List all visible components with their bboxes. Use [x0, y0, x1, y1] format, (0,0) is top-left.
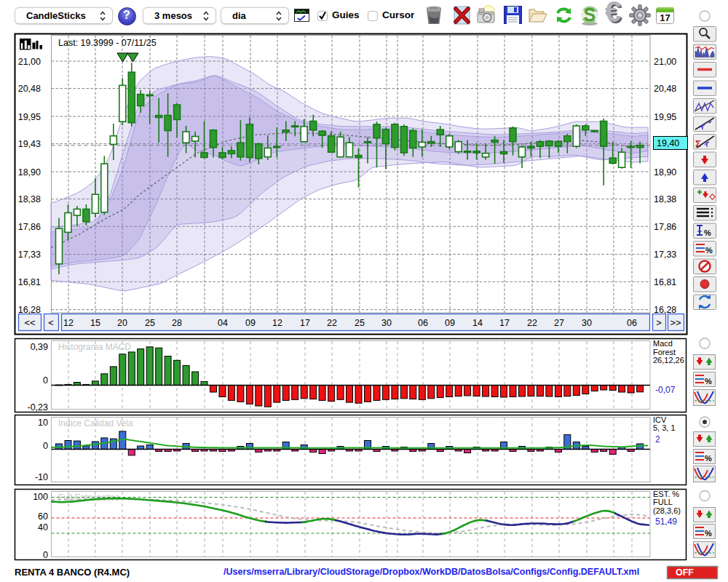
svg-text:5, 3, 1: 5, 3, 1	[653, 423, 676, 432]
svg-text:0: 0	[43, 375, 48, 386]
svg-text:Σ: Σ	[695, 138, 701, 149]
svg-text:12: 12	[63, 318, 74, 328]
svg-text:/Users/mserra/Library/CloudSto: /Users/mserra/Library/CloudStorage/Dropb…	[223, 567, 639, 577]
svg-text:26,12,26: 26,12,26	[653, 356, 684, 364]
svg-text:16,81: 16,81	[18, 277, 41, 287]
svg-text:Macd: Macd	[653, 339, 673, 348]
svg-text:S: S	[584, 5, 596, 25]
svg-text:0,39: 0,39	[31, 342, 48, 352]
svg-text:04: 04	[218, 318, 228, 328]
svg-text:17: 17	[300, 318, 310, 328]
svg-text:OFF: OFF	[676, 567, 694, 578]
svg-text:28: 28	[172, 318, 182, 328]
svg-text:19,95: 19,95	[654, 112, 676, 122]
svg-text:22: 22	[527, 318, 537, 328]
svg-text:21,00: 21,00	[18, 57, 41, 67]
svg-text:18,38: 18,38	[654, 194, 676, 204]
svg-text:17: 17	[660, 12, 670, 23]
svg-text:-0,07: -0,07	[655, 385, 676, 395]
svg-text:06: 06	[627, 318, 637, 328]
svg-text:>: >	[656, 317, 662, 328]
svg-text:27: 27	[554, 318, 564, 328]
svg-text:Indice Calidad Vela: Indice Calidad Vela	[58, 418, 133, 428]
svg-text:%: %	[705, 529, 712, 538]
svg-text:Last: 19.3999 - 07/11/25: Last: 19.3999 - 07/11/25	[58, 38, 157, 48]
svg-text:19,43: 19,43	[18, 139, 41, 149]
svg-text:14: 14	[472, 318, 483, 328]
svg-text:100: 100	[33, 492, 48, 502]
svg-text:18,90: 18,90	[654, 167, 676, 178]
svg-text:17,86: 17,86	[18, 222, 41, 232]
svg-text:-10: -10	[35, 472, 48, 482]
svg-text:09: 09	[445, 318, 455, 328]
svg-text:-0,23: -0,23	[28, 402, 49, 412]
svg-text:17,33: 17,33	[18, 250, 41, 260]
svg-text:09: 09	[245, 318, 256, 328]
svg-text:20: 20	[117, 318, 127, 328]
svg-text:17,86: 17,86	[654, 222, 676, 232]
svg-text:20,48: 20,48	[18, 84, 41, 94]
svg-text:12: 12	[272, 318, 282, 328]
svg-text:22: 22	[327, 318, 337, 328]
svg-text:>>: >>	[670, 317, 681, 328]
svg-text:<: <	[48, 317, 54, 328]
svg-text:%: %	[705, 246, 713, 255]
svg-text:FULL: FULL	[653, 498, 673, 506]
svg-text:16,81: 16,81	[654, 277, 676, 287]
svg-text:%: %	[705, 377, 712, 386]
svg-text:18,90: 18,90	[18, 167, 41, 178]
svg-text:17,33: 17,33	[654, 250, 676, 260]
svg-text:10: 10	[38, 418, 48, 428]
svg-text:Histograma MACD: Histograma MACD	[58, 342, 131, 352]
svg-text:19,95: 19,95	[18, 112, 41, 122]
svg-text:40: 40	[38, 522, 48, 533]
svg-text:%: %	[705, 454, 712, 463]
svg-text:25: 25	[355, 318, 365, 328]
svg-text:RENTA 4 BANCO (R4.MC): RENTA 4 BANCO (R4.MC)	[15, 567, 130, 578]
svg-text:17: 17	[499, 318, 510, 328]
svg-text:0: 0	[43, 550, 48, 560]
svg-text:2: 2	[655, 434, 660, 445]
svg-text:06: 06	[418, 318, 428, 328]
svg-text:(28,3,6): (28,3,6)	[653, 506, 681, 515]
svg-text:20,48: 20,48	[654, 84, 676, 94]
svg-text:30: 30	[381, 318, 392, 328]
svg-text:15: 15	[90, 318, 100, 328]
svg-text:0: 0	[43, 441, 48, 451]
svg-text:<<: <<	[24, 317, 35, 328]
svg-text:25: 25	[145, 318, 155, 328]
svg-text:21,00: 21,00	[654, 57, 676, 67]
svg-text:30: 30	[582, 318, 592, 328]
svg-text:51,49: 51,49	[655, 517, 677, 527]
svg-text:%: %	[704, 228, 711, 237]
svg-text:18,38: 18,38	[18, 194, 41, 204]
svg-text:19,40: 19,40	[657, 138, 679, 148]
svg-text:60: 60	[38, 511, 48, 522]
